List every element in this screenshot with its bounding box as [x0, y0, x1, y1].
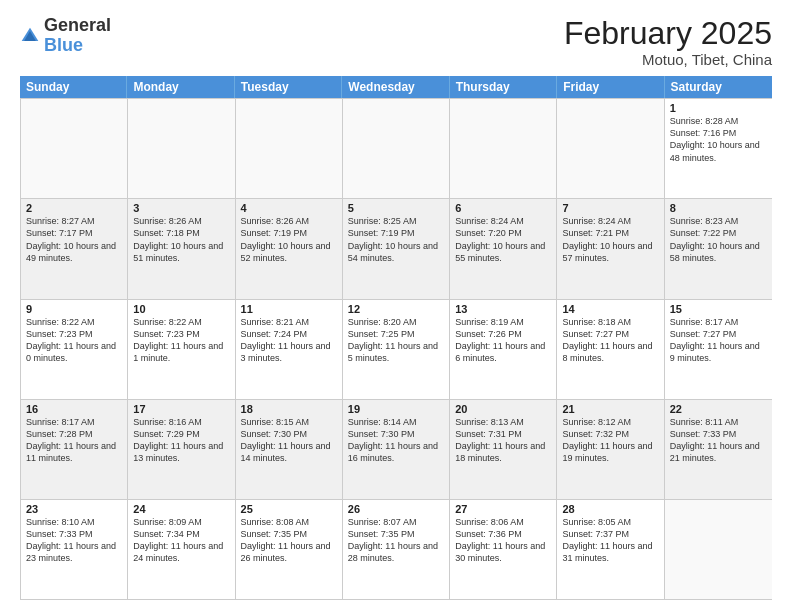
calendar-cell: 28Sunrise: 8:05 AM Sunset: 7:37 PM Dayli…	[557, 500, 664, 599]
day-info: Sunrise: 8:12 AM Sunset: 7:32 PM Dayligh…	[562, 416, 658, 465]
calendar-row: 2Sunrise: 8:27 AM Sunset: 7:17 PM Daylig…	[21, 198, 772, 298]
calendar-body: 1Sunrise: 8:28 AM Sunset: 7:16 PM Daylig…	[20, 98, 772, 600]
logo-text: General Blue	[44, 16, 111, 56]
day-info: Sunrise: 8:21 AM Sunset: 7:24 PM Dayligh…	[241, 316, 337, 365]
day-number: 23	[26, 503, 122, 515]
calendar-cell	[236, 99, 343, 198]
calendar-cell: 23Sunrise: 8:10 AM Sunset: 7:33 PM Dayli…	[21, 500, 128, 599]
calendar-cell	[450, 99, 557, 198]
calendar-cell: 27Sunrise: 8:06 AM Sunset: 7:36 PM Dayli…	[450, 500, 557, 599]
day-number: 19	[348, 403, 444, 415]
day-number: 16	[26, 403, 122, 415]
calendar-cell: 6Sunrise: 8:24 AM Sunset: 7:20 PM Daylig…	[450, 199, 557, 298]
day-info: Sunrise: 8:25 AM Sunset: 7:19 PM Dayligh…	[348, 215, 444, 264]
day-number: 5	[348, 202, 444, 214]
calendar-cell: 19Sunrise: 8:14 AM Sunset: 7:30 PM Dayli…	[343, 400, 450, 499]
calendar-cell: 25Sunrise: 8:08 AM Sunset: 7:35 PM Dayli…	[236, 500, 343, 599]
header: General Blue February 2025 Motuo, Tibet,…	[20, 16, 772, 68]
weekday-header: Saturday	[665, 76, 772, 98]
calendar-cell: 21Sunrise: 8:12 AM Sunset: 7:32 PM Dayli…	[557, 400, 664, 499]
calendar-cell: 10Sunrise: 8:22 AM Sunset: 7:23 PM Dayli…	[128, 300, 235, 399]
day-number: 11	[241, 303, 337, 315]
calendar-cell: 17Sunrise: 8:16 AM Sunset: 7:29 PM Dayli…	[128, 400, 235, 499]
weekday-header: Friday	[557, 76, 664, 98]
day-info: Sunrise: 8:05 AM Sunset: 7:37 PM Dayligh…	[562, 516, 658, 565]
day-info: Sunrise: 8:13 AM Sunset: 7:31 PM Dayligh…	[455, 416, 551, 465]
location-title: Motuo, Tibet, China	[564, 51, 772, 68]
calendar-cell	[343, 99, 450, 198]
calendar-cell	[21, 99, 128, 198]
day-info: Sunrise: 8:18 AM Sunset: 7:27 PM Dayligh…	[562, 316, 658, 365]
day-info: Sunrise: 8:07 AM Sunset: 7:35 PM Dayligh…	[348, 516, 444, 565]
calendar-row: 1Sunrise: 8:28 AM Sunset: 7:16 PM Daylig…	[21, 98, 772, 198]
day-number: 7	[562, 202, 658, 214]
calendar-cell: 9Sunrise: 8:22 AM Sunset: 7:23 PM Daylig…	[21, 300, 128, 399]
weekday-header: Thursday	[450, 76, 557, 98]
calendar-cell: 16Sunrise: 8:17 AM Sunset: 7:28 PM Dayli…	[21, 400, 128, 499]
weekday-header: Monday	[127, 76, 234, 98]
day-number: 18	[241, 403, 337, 415]
calendar-cell: 12Sunrise: 8:20 AM Sunset: 7:25 PM Dayli…	[343, 300, 450, 399]
calendar-cell: 18Sunrise: 8:15 AM Sunset: 7:30 PM Dayli…	[236, 400, 343, 499]
day-info: Sunrise: 8:20 AM Sunset: 7:25 PM Dayligh…	[348, 316, 444, 365]
calendar-cell: 5Sunrise: 8:25 AM Sunset: 7:19 PM Daylig…	[343, 199, 450, 298]
day-info: Sunrise: 8:08 AM Sunset: 7:35 PM Dayligh…	[241, 516, 337, 565]
calendar-cell: 4Sunrise: 8:26 AM Sunset: 7:19 PM Daylig…	[236, 199, 343, 298]
logo-icon	[20, 26, 40, 46]
day-number: 14	[562, 303, 658, 315]
calendar-cell: 26Sunrise: 8:07 AM Sunset: 7:35 PM Dayli…	[343, 500, 450, 599]
day-info: Sunrise: 8:22 AM Sunset: 7:23 PM Dayligh…	[133, 316, 229, 365]
day-info: Sunrise: 8:24 AM Sunset: 7:20 PM Dayligh…	[455, 215, 551, 264]
calendar-cell: 3Sunrise: 8:26 AM Sunset: 7:18 PM Daylig…	[128, 199, 235, 298]
day-info: Sunrise: 8:10 AM Sunset: 7:33 PM Dayligh…	[26, 516, 122, 565]
day-info: Sunrise: 8:17 AM Sunset: 7:27 PM Dayligh…	[670, 316, 767, 365]
calendar-cell	[557, 99, 664, 198]
day-number: 28	[562, 503, 658, 515]
day-info: Sunrise: 8:28 AM Sunset: 7:16 PM Dayligh…	[670, 115, 767, 164]
day-info: Sunrise: 8:26 AM Sunset: 7:18 PM Dayligh…	[133, 215, 229, 264]
calendar-cell: 24Sunrise: 8:09 AM Sunset: 7:34 PM Dayli…	[128, 500, 235, 599]
calendar-cell: 20Sunrise: 8:13 AM Sunset: 7:31 PM Dayli…	[450, 400, 557, 499]
day-number: 4	[241, 202, 337, 214]
calendar-header: SundayMondayTuesdayWednesdayThursdayFrid…	[20, 76, 772, 98]
calendar-cell: 13Sunrise: 8:19 AM Sunset: 7:26 PM Dayli…	[450, 300, 557, 399]
day-info: Sunrise: 8:17 AM Sunset: 7:28 PM Dayligh…	[26, 416, 122, 465]
day-info: Sunrise: 8:11 AM Sunset: 7:33 PM Dayligh…	[670, 416, 767, 465]
day-number: 13	[455, 303, 551, 315]
page: General Blue February 2025 Motuo, Tibet,…	[0, 0, 792, 612]
calendar-cell	[665, 500, 772, 599]
calendar-cell: 11Sunrise: 8:21 AM Sunset: 7:24 PM Dayli…	[236, 300, 343, 399]
day-info: Sunrise: 8:26 AM Sunset: 7:19 PM Dayligh…	[241, 215, 337, 264]
day-info: Sunrise: 8:22 AM Sunset: 7:23 PM Dayligh…	[26, 316, 122, 365]
day-number: 22	[670, 403, 767, 415]
day-number: 10	[133, 303, 229, 315]
day-number: 20	[455, 403, 551, 415]
calendar-cell: 7Sunrise: 8:24 AM Sunset: 7:21 PM Daylig…	[557, 199, 664, 298]
calendar-cell: 22Sunrise: 8:11 AM Sunset: 7:33 PM Dayli…	[665, 400, 772, 499]
calendar-cell: 8Sunrise: 8:23 AM Sunset: 7:22 PM Daylig…	[665, 199, 772, 298]
calendar-cell: 14Sunrise: 8:18 AM Sunset: 7:27 PM Dayli…	[557, 300, 664, 399]
day-number: 27	[455, 503, 551, 515]
calendar-cell: 15Sunrise: 8:17 AM Sunset: 7:27 PM Dayli…	[665, 300, 772, 399]
weekday-header: Sunday	[20, 76, 127, 98]
calendar-row: 23Sunrise: 8:10 AM Sunset: 7:33 PM Dayli…	[21, 499, 772, 599]
day-info: Sunrise: 8:06 AM Sunset: 7:36 PM Dayligh…	[455, 516, 551, 565]
logo-general: General	[44, 15, 111, 35]
day-number: 3	[133, 202, 229, 214]
calendar-row: 9Sunrise: 8:22 AM Sunset: 7:23 PM Daylig…	[21, 299, 772, 399]
day-number: 8	[670, 202, 767, 214]
day-number: 17	[133, 403, 229, 415]
day-info: Sunrise: 8:19 AM Sunset: 7:26 PM Dayligh…	[455, 316, 551, 365]
logo: General Blue	[20, 16, 111, 56]
day-info: Sunrise: 8:16 AM Sunset: 7:29 PM Dayligh…	[133, 416, 229, 465]
day-info: Sunrise: 8:15 AM Sunset: 7:30 PM Dayligh…	[241, 416, 337, 465]
title-block: February 2025 Motuo, Tibet, China	[564, 16, 772, 68]
day-info: Sunrise: 8:09 AM Sunset: 7:34 PM Dayligh…	[133, 516, 229, 565]
day-info: Sunrise: 8:27 AM Sunset: 7:17 PM Dayligh…	[26, 215, 122, 264]
day-number: 26	[348, 503, 444, 515]
calendar-cell: 2Sunrise: 8:27 AM Sunset: 7:17 PM Daylig…	[21, 199, 128, 298]
day-number: 6	[455, 202, 551, 214]
calendar-cell: 1Sunrise: 8:28 AM Sunset: 7:16 PM Daylig…	[665, 99, 772, 198]
day-number: 24	[133, 503, 229, 515]
day-number: 1	[670, 102, 767, 114]
